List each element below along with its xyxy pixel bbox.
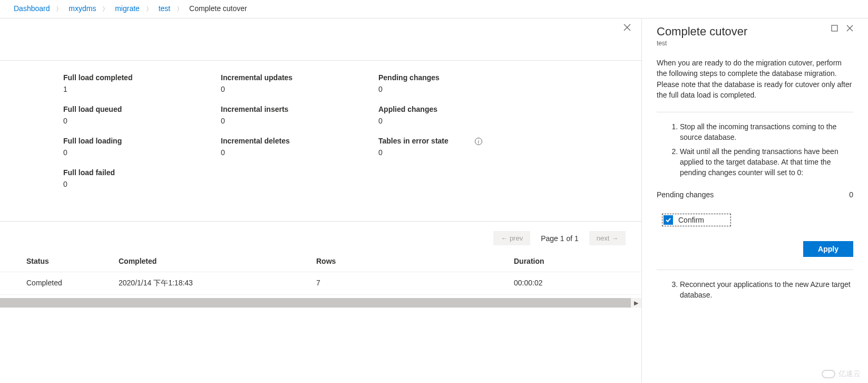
table-row[interactable]: Completed 2020/1/14 下午1:18:43 7 00:00:02 [0, 272, 641, 295]
page-indicator: Page 1 of 1 [541, 234, 579, 243]
apply-button[interactable]: Apply [803, 241, 853, 257]
panel-intro: When you are ready to do the migration c… [657, 58, 853, 100]
stats-grid: Full load completed 1 Full load queued 0… [0, 61, 641, 221]
main-content: Full load completed 1 Full load queued 0… [0, 18, 641, 382]
watermark: 亿速云 [822, 369, 861, 379]
steps-list: Stop all the incoming transactions comin… [657, 122, 853, 178]
col-status[interactable]: Status [26, 257, 119, 265]
stat-incremental-deletes: Incremental deletes 0 [221, 137, 378, 157]
stat-full-load-failed: Full load failed 0 [63, 168, 221, 188]
chevron-right-icon: 〉 [56, 5, 62, 13]
pending-label: Pending changes [657, 190, 714, 199]
info-icon[interactable]: i [475, 138, 482, 145]
step-3: Reconnect your applications to the new A… [680, 280, 853, 300]
results-table: Status Completed Rows Duration Completed… [0, 251, 641, 295]
prev-button[interactable]: ← prev [493, 231, 530, 245]
pager: ← prev Page 1 of 1 next → [0, 222, 641, 251]
svg-rect-2 [832, 25, 837, 31]
maximize-icon[interactable] [831, 25, 838, 33]
stat-full-load-loading: Full load loading 0 [63, 137, 221, 157]
cell-status: Completed [26, 279, 119, 288]
scroll-right-icon[interactable]: ▶ [631, 298, 641, 308]
stat-applied-changes: Applied changes 0 [378, 105, 536, 125]
confirm-label: Confirm [678, 216, 704, 224]
cell-rows: 7 [316, 279, 514, 288]
horizontal-scrollbar[interactable]: ▶ [0, 298, 641, 308]
stat-incremental-inserts: Incremental inserts 0 [221, 105, 378, 125]
checkbox-checked-icon[interactable] [664, 215, 673, 225]
chevron-right-icon: 〉 [102, 5, 109, 13]
breadcrumb-link-mxydms[interactable]: mxydms [69, 4, 96, 13]
breadcrumb-link-migrate[interactable]: migrate [115, 4, 140, 13]
cutover-panel: Complete cutover test When you are ready… [641, 18, 868, 382]
stat-tables-error: Tables in error state 0 i [378, 137, 536, 157]
chevron-right-icon: 〉 [146, 5, 152, 13]
stat-incremental-updates: Incremental updates 0 [221, 73, 378, 93]
confirm-checkbox[interactable]: Confirm [662, 214, 731, 226]
cloud-icon [822, 370, 835, 378]
stat-pending-changes: Pending changes 0 [378, 73, 536, 93]
table-header: Status Completed Rows Duration [0, 251, 641, 272]
next-button[interactable]: next → [589, 231, 626, 245]
panel-title: Complete cutover [657, 25, 747, 39]
chevron-right-icon: 〉 [177, 5, 183, 13]
breadcrumb-link-test[interactable]: test [159, 4, 171, 13]
steps-list-continued: Reconnect your applications to the new A… [657, 280, 853, 300]
breadcrumb-current: Complete cutover [189, 4, 247, 13]
col-duration[interactable]: Duration [514, 257, 631, 265]
stat-full-load-queued: Full load queued 0 [63, 105, 221, 125]
step-1: Stop all the incoming transactions comin… [680, 122, 853, 142]
cell-completed: 2020/1/14 下午1:18:43 [119, 279, 316, 288]
step-2: Wait until all the pending transactions … [680, 147, 853, 178]
pending-value: 0 [849, 190, 853, 199]
breadcrumb-link-dashboard[interactable]: Dashboard [14, 4, 50, 13]
stat-full-load-completed: Full load completed 1 [63, 73, 221, 93]
pending-changes-row: Pending changes 0 [657, 190, 853, 199]
close-icon[interactable] [623, 24, 631, 33]
breadcrumb: Dashboard 〉 mxydms 〉 migrate 〉 test 〉 Co… [0, 0, 868, 18]
col-rows[interactable]: Rows [316, 257, 514, 265]
close-icon[interactable] [846, 25, 853, 33]
panel-subtitle: test [657, 40, 853, 47]
col-completed[interactable]: Completed [119, 257, 316, 265]
cell-duration: 00:00:02 [514, 279, 631, 288]
